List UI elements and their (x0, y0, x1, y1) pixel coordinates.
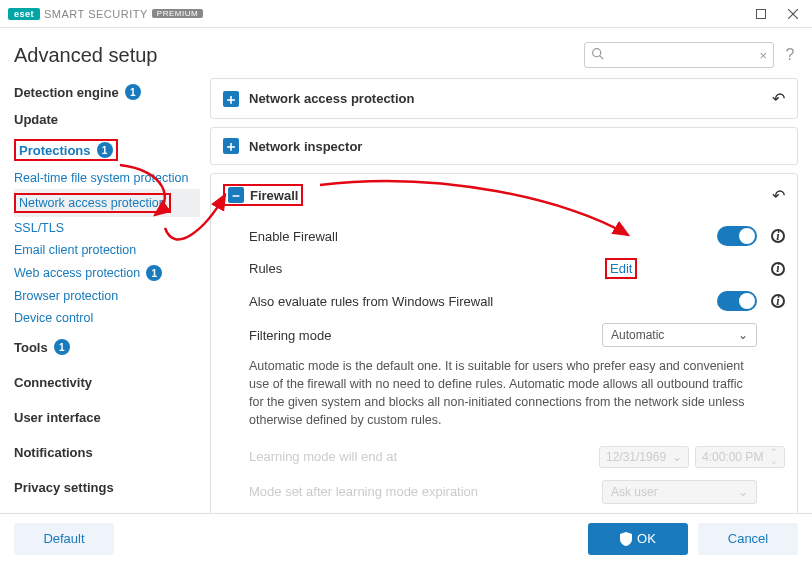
badge-count: 1 (54, 339, 70, 355)
eset-logo: eset (8, 8, 40, 20)
row-label: Enable Firewall (223, 229, 338, 244)
row-rules: Rules Edit i (223, 252, 785, 285)
sidebar-item-email-client[interactable]: Email client protection (14, 239, 200, 261)
sidebar-item-ssl-tls[interactable]: SSL/TLS (14, 217, 200, 239)
stepper-icon: ⌃⌄ (770, 448, 778, 466)
section-title: Network access protection (249, 91, 414, 106)
sidebar-item-label: Browser protection (14, 289, 118, 303)
chevron-down-icon: ⌄ (672, 450, 682, 464)
search-clear-icon[interactable]: × (759, 48, 767, 63)
help-icon[interactable]: ? (782, 46, 798, 64)
sidebar-item-label: Connectivity (14, 375, 92, 390)
info-icon[interactable]: i (771, 229, 785, 243)
badge-count: 1 (97, 142, 113, 158)
footer-left: Default (14, 523, 114, 555)
ok-label: OK (637, 531, 656, 546)
row-also-evaluate: Also evaluate rules from Windows Firewal… (223, 285, 785, 317)
logo-group: eset SMART SECURITY PREMIUM (8, 8, 203, 20)
window-close-button[interactable] (778, 3, 808, 25)
row-label: Filtering mode (223, 328, 331, 343)
sidebar-item-notifications[interactable]: Notifications (14, 439, 200, 466)
sidebar-item-network-access[interactable]: Network access protection (14, 189, 200, 217)
sidebar-item-detection-engine[interactable]: Detection engine 1 (14, 78, 200, 106)
sidebar-item-browser[interactable]: Browser protection (14, 285, 200, 307)
filtering-mode-select[interactable]: Automatic ⌄ (602, 323, 757, 347)
edit-rules-link[interactable]: Edit (610, 261, 632, 276)
sidebar-item-connectivity[interactable]: Connectivity (14, 369, 200, 396)
section-header[interactable]: ＋ Network access protection ↶ (211, 79, 797, 118)
header-right: × ? (584, 42, 798, 68)
expand-icon[interactable]: ＋ (223, 91, 239, 107)
section-firewall: － Firewall ↶ Enable Firewall i Rules (210, 173, 798, 548)
sidebar-item-label: Update (14, 112, 58, 127)
cancel-button[interactable]: Cancel (698, 523, 798, 555)
ok-button[interactable]: OK (588, 523, 688, 555)
row-label: Mode set after learning mode expiration (223, 484, 478, 499)
page-header: Advanced setup × ? (0, 28, 812, 78)
svg-line-4 (600, 56, 603, 59)
row-label: Learning mode will end at (223, 449, 397, 464)
row-enable-firewall: Enable Firewall i (223, 220, 785, 252)
undo-icon[interactable]: ↶ (772, 186, 785, 205)
expand-icon[interactable]: ＋ (223, 138, 239, 154)
sidebar-item-label: Email client protection (14, 243, 136, 257)
search-box[interactable]: × (584, 42, 774, 68)
sidebar-item-user-interface[interactable]: User interface (14, 404, 200, 431)
sidebar-item-label: Protections (19, 143, 91, 158)
badge-count: 1 (125, 84, 141, 100)
section-network-access-protection: ＋ Network access protection ↶ (210, 78, 798, 119)
toggle-enable-firewall[interactable] (717, 226, 757, 246)
sidebar-item-label: Device control (14, 311, 93, 325)
search-input[interactable] (604, 48, 759, 62)
learning-end-time: 4:00:00 PM⌃⌄ (695, 446, 785, 468)
toggle-also-evaluate[interactable] (717, 291, 757, 311)
badge-count: 1 (146, 265, 162, 281)
search-icon (591, 47, 604, 63)
sidebar-item-label: Notifications (14, 445, 93, 460)
section-title: Network inspector (249, 139, 362, 154)
row-label: Rules (223, 261, 282, 276)
sidebar-item-update[interactable]: Update (14, 106, 200, 133)
section-body: Enable Firewall i Rules Edit i Also eval… (211, 216, 797, 548)
premium-badge: PREMIUM (152, 9, 203, 18)
learning-end-date: 12/31/1969⌄ (599, 446, 689, 468)
sidebar-item-web-access[interactable]: Web access protection 1 (14, 261, 200, 285)
sidebar-item-label: Real-time file system protection (14, 171, 188, 185)
row-learning-end: Learning mode will end at 12/31/1969⌄ 4:… (223, 440, 785, 474)
section-network-inspector: ＋ Network inspector (210, 127, 798, 165)
body: Detection engine 1 Update Protections 1 … (0, 78, 812, 548)
select-value: Ask user (611, 485, 658, 499)
sidebar-item-label: Tools (14, 340, 48, 355)
section-header[interactable]: － Firewall ↶ (211, 174, 797, 216)
content: ＋ Network access protection ↶ ＋ Network … (200, 78, 812, 548)
info-icon[interactable]: i (771, 294, 785, 308)
sidebar-item-label: Privacy settings (14, 480, 114, 495)
sidebar-item-privacy[interactable]: Privacy settings (14, 474, 200, 501)
sidebar: Detection engine 1 Update Protections 1 … (0, 78, 200, 548)
product-name: SMART SECURITY (44, 8, 148, 20)
default-button[interactable]: Default (14, 523, 114, 555)
filtering-mode-description: Automatic mode is the default one. It is… (223, 353, 785, 440)
window-maximize-button[interactable] (746, 3, 776, 25)
collapse-icon[interactable]: － (228, 187, 244, 203)
mode-after-select: Ask user ⌄ (602, 480, 757, 504)
section-title: Firewall (250, 188, 298, 203)
sidebar-item-tools[interactable]: Tools 1 (14, 333, 200, 361)
chevron-down-icon: ⌄ (738, 328, 748, 342)
titlebar: eset SMART SECURITY PREMIUM (0, 0, 812, 28)
svg-rect-0 (757, 9, 766, 18)
sidebar-item-protections[interactable]: Protections 1 (14, 133, 200, 167)
info-icon[interactable]: i (771, 262, 785, 276)
footer-right: OK Cancel (588, 523, 798, 555)
section-header[interactable]: ＋ Network inspector (211, 128, 797, 164)
sidebar-item-realtime[interactable]: Real-time file system protection (14, 167, 200, 189)
sidebar-item-label: SSL/TLS (14, 221, 64, 235)
sidebar-sub-protections: Real-time file system protection Network… (14, 167, 200, 329)
row-label: Also evaluate rules from Windows Firewal… (223, 294, 493, 309)
sidebar-item-label: Detection engine (14, 85, 119, 100)
row-filtering-mode: Filtering mode Automatic ⌄ (223, 317, 785, 353)
undo-icon[interactable]: ↶ (772, 89, 785, 108)
footer: Default OK Cancel (0, 513, 812, 563)
sidebar-item-device-control[interactable]: Device control (14, 307, 200, 329)
sidebar-item-label: Network access protection (19, 196, 166, 210)
